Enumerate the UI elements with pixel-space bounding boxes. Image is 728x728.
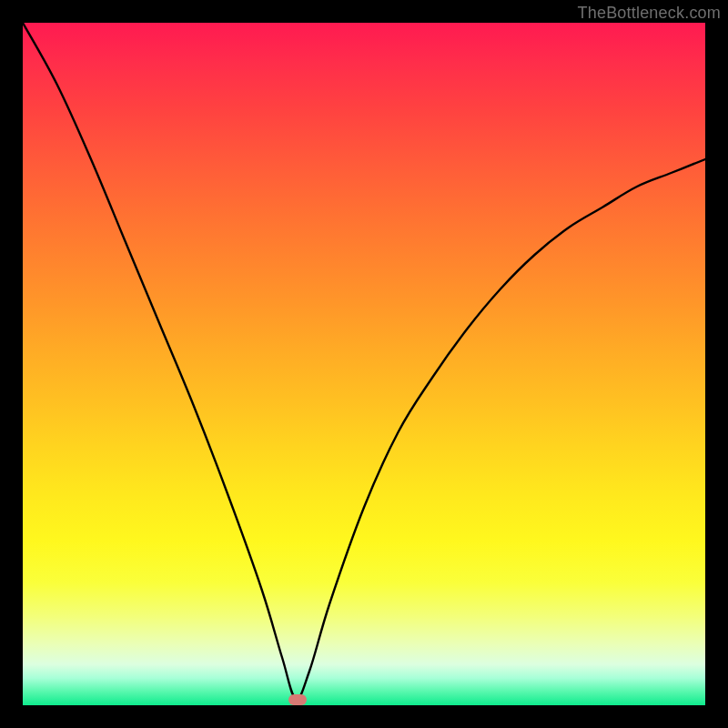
- curve-layer: [23, 23, 705, 705]
- minimum-marker: [288, 694, 307, 705]
- bottleneck-curve: [23, 23, 705, 699]
- chart-frame: TheBottleneck.com: [0, 0, 728, 728]
- watermark-text: TheBottleneck.com: [578, 4, 721, 23]
- plot-area: [23, 23, 705, 705]
